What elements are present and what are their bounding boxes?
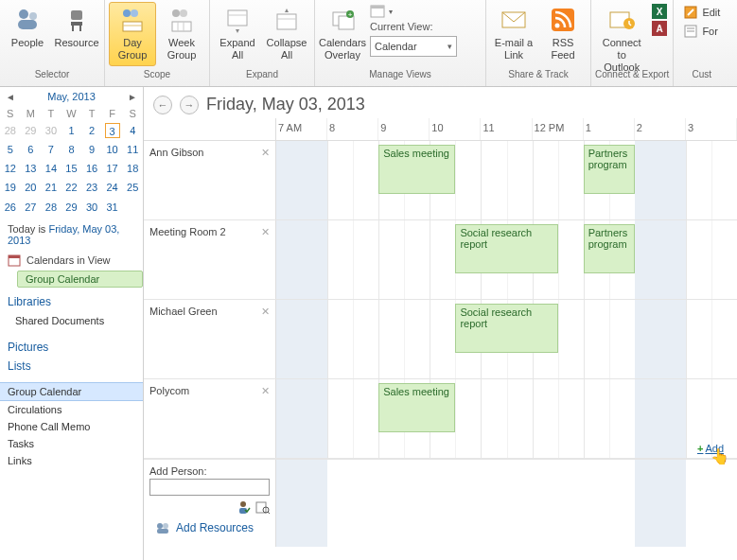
- lists-heading[interactable]: Lists: [8, 359, 135, 373]
- calendar-day[interactable]: 30: [81, 197, 102, 218]
- calendar-day[interactable]: 1: [61, 121, 82, 140]
- email-link-button[interactable]: E-mail a Link: [490, 2, 537, 66]
- prev-day-button[interactable]: ←: [153, 96, 172, 114]
- calendar-day[interactable]: 24: [102, 178, 123, 197]
- calendar-day[interactable]: 15: [61, 159, 82, 178]
- view-dropdown-icon[interactable]: ▾: [389, 8, 393, 16]
- calendar-day[interactable]: 28: [41, 197, 61, 218]
- svg-line-45: [268, 512, 270, 514]
- calendar-day[interactable]: 17: [102, 159, 123, 178]
- calendar-day[interactable]: 10: [102, 140, 123, 159]
- calendar-day[interactable]: [122, 197, 143, 218]
- remove-resource-button[interactable]: ✕: [261, 385, 270, 397]
- remove-resource-button[interactable]: ✕: [261, 226, 270, 238]
- resource-name-cell: Michael Green✕: [144, 300, 276, 378]
- calendar-day[interactable]: 18: [122, 159, 143, 178]
- calendar-day[interactable]: 13: [21, 159, 42, 178]
- current-view-value: Calendar: [375, 41, 417, 52]
- resource-row: Michael Green✕Social research report: [144, 300, 737, 379]
- libraries-heading[interactable]: Libraries: [8, 295, 135, 308]
- dow-cell: W: [61, 106, 82, 121]
- remove-resource-button[interactable]: ✕: [261, 147, 270, 159]
- calendar-day[interactable]: 20: [21, 178, 42, 197]
- day-group-button[interactable]: Day Group: [109, 2, 156, 66]
- form-button[interactable]: For: [679, 23, 724, 40]
- list-nav-item[interactable]: Tasks: [0, 435, 143, 452]
- timeline[interactable]: Sales meeting+Add👆: [276, 379, 737, 458]
- list-nav-item[interactable]: Circulations: [0, 401, 143, 418]
- calendar-day[interactable]: 4: [122, 121, 143, 140]
- calendar-day[interactable]: 6: [21, 140, 42, 159]
- edit-label: Edit: [702, 7, 720, 18]
- prev-month-button[interactable]: ◄: [6, 92, 15, 102]
- calendars-overlay-button[interactable]: + Calendars Overlay: [319, 2, 366, 66]
- calendar-day[interactable]: 30: [41, 121, 61, 140]
- list-nav-item[interactable]: Group Calendar: [0, 382, 143, 401]
- add-person-row: Add Person: Add Resources: [144, 459, 737, 547]
- ribbon-caption-scope: Scope: [144, 68, 170, 81]
- calendar-day[interactable]: 14: [41, 159, 61, 178]
- calendar-day[interactable]: 7: [41, 140, 61, 159]
- calendar-day[interactable]: 11: [122, 140, 143, 159]
- expand-all-button[interactable]: Expand All: [214, 2, 261, 66]
- ribbon-caption-expand: Expand: [246, 68, 278, 81]
- collapse-all-button[interactable]: Collapse All: [263, 2, 310, 66]
- overlay-label: Calendars Overlay: [319, 37, 366, 61]
- calendar-day[interactable]: 31: [102, 197, 123, 218]
- calendar-day[interactable]: 26: [0, 197, 21, 218]
- calendar-day[interactable]: 5: [0, 140, 21, 159]
- calendar-day[interactable]: 2: [81, 121, 102, 140]
- add-person-input[interactable]: [149, 479, 270, 496]
- calendar-event[interactable]: Partners program: [584, 224, 635, 273]
- current-view-select[interactable]: Calendar ▾: [370, 36, 457, 57]
- collapse-all-icon: [272, 5, 302, 35]
- calendar-day[interactable]: 16: [81, 159, 102, 178]
- next-day-button[interactable]: →: [180, 96, 199, 114]
- calendar-day[interactable]: 9: [81, 140, 102, 159]
- next-month-button[interactable]: ►: [128, 92, 137, 102]
- pictures-heading[interactable]: Pictures: [8, 341, 135, 354]
- people-button[interactable]: People: [4, 2, 51, 66]
- calendar-event[interactable]: Social research report: [455, 304, 557, 353]
- access-icon[interactable]: A: [652, 21, 667, 36]
- calendar-day[interactable]: 27: [21, 197, 42, 218]
- connect-outlook-button[interactable]: Connect to Outlook: [595, 2, 648, 66]
- calendar-day[interactable]: 12: [0, 159, 21, 178]
- resource-name: Meeting Room 2: [149, 226, 226, 237]
- calendar-day[interactable]: 28: [0, 121, 21, 140]
- week-group-button[interactable]: Week Group: [158, 2, 205, 66]
- calendar-event[interactable]: Social research report: [455, 224, 557, 273]
- resource-button[interactable]: Resource: [53, 2, 100, 66]
- calendar-day[interactable]: 3: [102, 121, 123, 140]
- check-names-icon[interactable]: [236, 499, 251, 515]
- calendar-day[interactable]: 8: [61, 140, 82, 159]
- calendar-day[interactable]: 22: [61, 178, 82, 197]
- remove-resource-button[interactable]: ✕: [261, 306, 270, 318]
- timeline[interactable]: Sales meetingPartners program: [276, 141, 737, 219]
- shared-documents-link[interactable]: Shared Documents: [8, 312, 135, 329]
- ribbon-group-share: E-mail a Link RSS Feed Share & Track: [486, 0, 591, 86]
- calendar-day[interactable]: 29: [21, 121, 42, 140]
- calendar-day[interactable]: 29: [61, 197, 82, 218]
- calendar-day[interactable]: 21: [41, 178, 61, 197]
- calendar-event[interactable]: Partners program: [584, 145, 635, 194]
- excel-icon[interactable]: X: [652, 4, 667, 19]
- hour-header: 7 AM: [276, 118, 327, 140]
- browse-icon[interactable]: [254, 499, 270, 515]
- calendar-day[interactable]: 25: [122, 178, 143, 197]
- timeline[interactable]: Social research report: [276, 300, 737, 378]
- calendar-event[interactable]: Sales meeting: [378, 383, 455, 432]
- list-nav-item[interactable]: Phone Call Memo: [0, 418, 143, 435]
- ribbon-group-manage-views: + Calendars Overlay ▾ Current View: Cale…: [315, 0, 486, 86]
- calendar-day[interactable]: 23: [81, 178, 102, 197]
- add-resources-link[interactable]: Add Resources: [149, 515, 270, 541]
- edit-button[interactable]: Edit: [679, 4, 724, 21]
- rss-feed-button[interactable]: RSS Feed: [539, 2, 587, 66]
- calendar-day[interactable]: 19: [0, 178, 21, 197]
- calendar-event[interactable]: Sales meeting: [378, 145, 455, 194]
- group-calendar-chip[interactable]: Group Calendar: [17, 271, 143, 288]
- timeline[interactable]: Social research reportPartners program: [276, 220, 737, 299]
- add-event-link[interactable]: +Add: [697, 443, 724, 454]
- list-nav-item[interactable]: Links: [0, 452, 143, 469]
- month-label[interactable]: May, 2013: [47, 91, 96, 102]
